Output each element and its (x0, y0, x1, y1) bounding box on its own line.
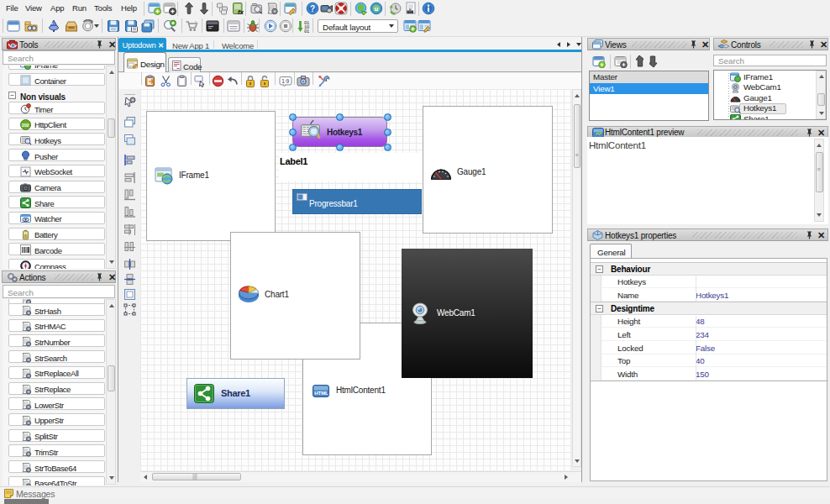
svg-text:1·9: 1·9 (281, 78, 289, 84)
svg-text:HTML: HTML (314, 390, 328, 396)
svg-text:202: 202 (22, 122, 29, 127)
svg-text:fx: fx (238, 8, 244, 16)
svg-text:u: u (374, 5, 378, 13)
svg-text:01: 01 (304, 29, 310, 33)
svg-text:?: ? (310, 4, 315, 13)
